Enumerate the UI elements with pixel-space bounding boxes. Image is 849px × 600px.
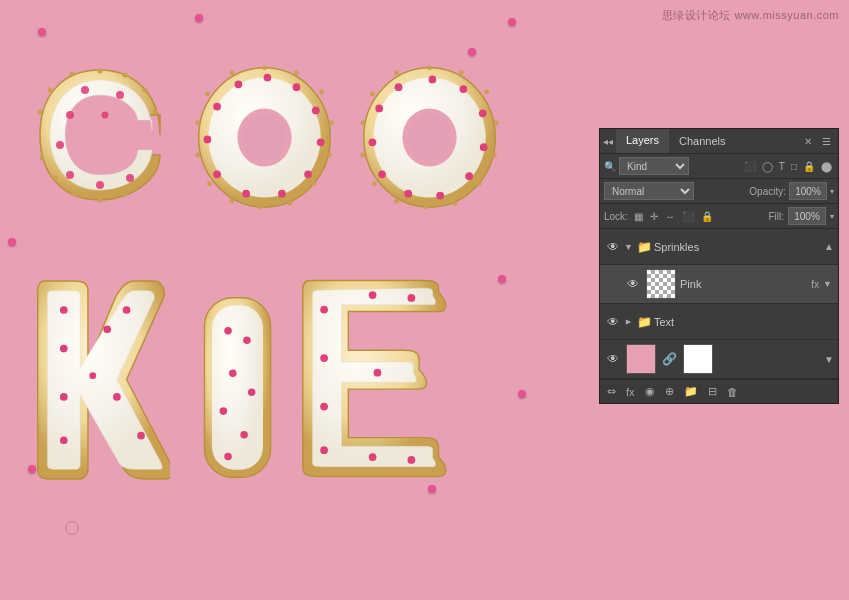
svg-point-76: [394, 199, 399, 204]
svg-point-57: [395, 83, 403, 91]
delete-layer-btn[interactable]: 🗑: [724, 384, 741, 400]
folder-icon-sprinkles: 📁: [635, 240, 654, 254]
bg-thumbnail-pink: [626, 344, 656, 374]
svg-point-89: [137, 432, 145, 440]
svg-point-9: [123, 73, 128, 78]
svg-point-15: [98, 198, 103, 203]
svg-point-36: [204, 136, 212, 144]
visibility-eye-sprinkles[interactable]: 👁: [604, 238, 622, 256]
svg-point-30: [312, 107, 320, 115]
letter-o1: [190, 60, 340, 215]
kind-icons: ⬛ ◯ T □ 🔒 ⬤: [742, 160, 834, 173]
extra-filter-icon[interactable]: ⬤: [819, 160, 834, 173]
tab-layers[interactable]: Layers: [616, 129, 669, 153]
center-target: [65, 521, 79, 535]
lock-pixels-icon[interactable]: ▦: [632, 210, 645, 223]
lock-row: Lock: ▦ ✛ ↔ ⬛ 🔒 Fill: ▾: [600, 204, 838, 229]
visibility-eye-bg[interactable]: 👁: [604, 350, 622, 368]
close-panel-btn[interactable]: ✕: [801, 134, 815, 149]
blend-row: Normal Opacity: ▾: [600, 179, 838, 204]
lock-all-icon[interactable]: ⬛: [680, 210, 696, 223]
svg-point-20: [48, 88, 53, 93]
blend-mode-select[interactable]: Normal: [604, 182, 694, 200]
svg-point-97: [220, 407, 228, 415]
lock-position-icon[interactable]: ✛: [648, 210, 660, 223]
svg-point-40: [319, 90, 324, 95]
letter-k: [30, 270, 170, 490]
opacity-label: Opacity:: [749, 186, 786, 197]
visibility-eye-pink[interactable]: 👁: [624, 275, 642, 293]
svg-point-102: [320, 403, 328, 411]
svg-point-77: [372, 182, 377, 187]
sprinkle-dot: [468, 48, 476, 56]
tab-channels[interactable]: Channels: [669, 130, 735, 152]
text-group-name: Text: [654, 316, 834, 328]
visibility-eye-text[interactable]: 👁: [604, 313, 622, 331]
panel-menu-btn[interactable]: ☰: [819, 134, 834, 149]
svg-point-35: [213, 170, 221, 178]
fill-input[interactable]: [788, 207, 826, 225]
add-layer-btn[interactable]: ⊟: [705, 383, 720, 400]
svg-point-46: [229, 199, 234, 204]
expand-sprinkles[interactable]: ▼: [622, 242, 635, 252]
smart-filter-icon[interactable]: 🔒: [801, 160, 817, 173]
lock-padlock-icon[interactable]: 🔒: [699, 210, 715, 223]
add-fx-btn[interactable]: fx: [623, 384, 638, 400]
opacity-arrow: ▾: [830, 187, 834, 196]
svg-point-32: [304, 170, 312, 178]
svg-point-6: [126, 174, 134, 182]
panel-collapse-btn[interactable]: ◂◂: [600, 134, 616, 149]
svg-point-34: [242, 190, 250, 198]
svg-point-27: [235, 80, 243, 88]
svg-point-29: [293, 83, 301, 91]
add-mask-btn[interactable]: ◉: [642, 383, 658, 400]
svg-point-11: [153, 110, 158, 115]
svg-point-106: [374, 369, 382, 377]
svg-point-16: [73, 192, 78, 197]
sprinkle-dot: [508, 18, 516, 26]
letter-e: [295, 270, 455, 485]
kind-select[interactable]: Kind: [619, 157, 689, 175]
layer-sprinkles-group[interactable]: 👁 ▼ 📁 Sprinkles ▲: [600, 229, 838, 265]
svg-point-7: [102, 112, 109, 119]
adjustment-filter-icon[interactable]: ◯: [760, 160, 775, 173]
search-icon: 🔍: [604, 161, 616, 172]
letter-i: [195, 285, 280, 490]
svg-point-38: [262, 65, 267, 70]
svg-point-61: [480, 143, 488, 151]
svg-point-2: [66, 111, 74, 119]
lock-artboards-icon[interactable]: ↔: [663, 210, 677, 223]
sprinkle-dot: [28, 465, 36, 473]
fx-button-pink[interactable]: fx: [809, 279, 821, 290]
expand-text[interactable]: ▼: [623, 315, 633, 328]
svg-point-81: [394, 70, 399, 75]
add-group-btn[interactable]: 📁: [681, 383, 701, 400]
svg-point-0: [81, 86, 89, 94]
svg-point-4: [66, 171, 74, 179]
canvas-content: [0, 0, 530, 600]
pixel-filter-icon[interactable]: ⬛: [742, 160, 758, 173]
svg-point-85: [60, 436, 68, 444]
svg-point-75: [423, 205, 428, 210]
svg-point-47: [207, 182, 212, 187]
svg-point-72: [492, 153, 497, 158]
svg-point-5: [96, 181, 104, 189]
svg-point-42: [327, 153, 332, 158]
layer-background[interactable]: 👁 🔗 ▼: [600, 340, 838, 379]
svg-point-51: [229, 70, 234, 75]
sprinkle-dot: [195, 14, 203, 22]
link-layers-btn[interactable]: ⇔: [604, 383, 619, 400]
type-filter-icon[interactable]: T: [777, 160, 787, 173]
scroll-up-arrow[interactable]: ▲: [824, 241, 834, 252]
scroll-down-arrow[interactable]: ▼: [824, 354, 834, 365]
layer-text-group[interactable]: 👁 ▼ 📁 Text: [600, 304, 838, 340]
svg-point-82: [60, 306, 68, 314]
svg-point-13: [143, 176, 148, 181]
shape-filter-icon[interactable]: □: [789, 160, 799, 173]
sprinkle-dot: [8, 238, 16, 246]
opacity-input[interactable]: [789, 182, 827, 200]
pink-expand[interactable]: ▼: [821, 279, 834, 289]
add-adjustment-btn[interactable]: ⊕: [662, 383, 677, 400]
svg-point-83: [60, 345, 68, 353]
layer-pink[interactable]: 👁 Pink fx ▼: [600, 265, 838, 304]
